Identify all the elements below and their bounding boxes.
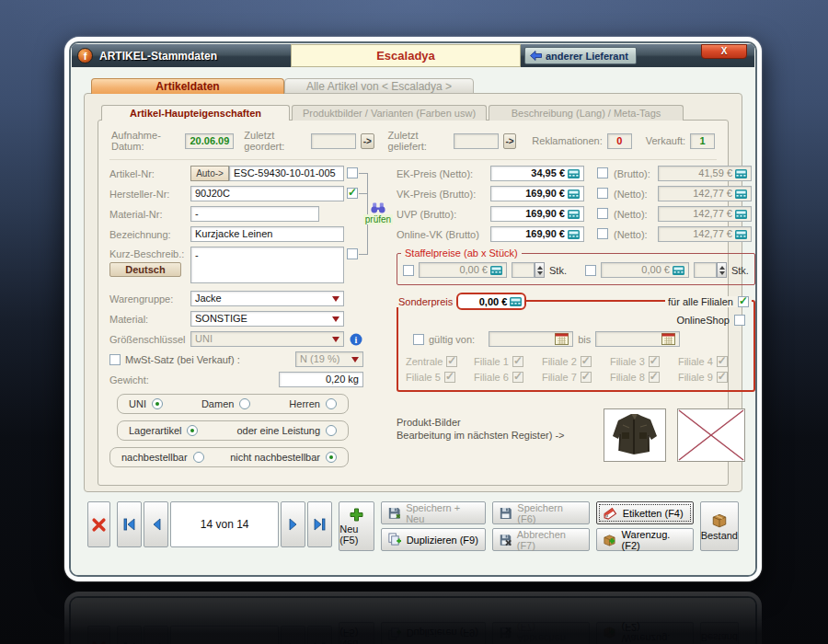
- uvp-field[interactable]: 169,90 €: [490, 206, 584, 222]
- staffel1-qty-spinner[interactable]: [512, 262, 545, 278]
- gewicht-field[interactable]: 0,20 kg: [279, 372, 363, 387]
- goods-receipt-button[interactable]: Warenzug. (F2): [596, 528, 694, 551]
- tab-alle-artikel[interactable]: Alle Artikel von < Escaladya >: [284, 78, 474, 94]
- zuletzt-geordert-field[interactable]: [311, 133, 356, 149]
- tab-haupteigenschaften[interactable]: Artikel-Haupteigenschaften: [101, 105, 290, 121]
- hersteller-nr-field[interactable]: 90J20C: [190, 186, 344, 201]
- mwst-checkbox[interactable]: [109, 354, 121, 365]
- geliefert-goto-button[interactable]: ->: [503, 133, 517, 149]
- online-netto-checkbox[interactable]: [597, 228, 608, 239]
- calendar-icon[interactable]: [661, 333, 675, 345]
- bezeichnung-field[interactable]: Kurzjacke Leinen: [190, 226, 344, 242]
- reorder-radio-group: nachbestellbar nicht nachbestellbar: [109, 447, 349, 467]
- auto-number-button[interactable]: Auto->: [190, 166, 229, 181]
- duplicate-button[interactable]: Duplizieren (F9): [381, 528, 486, 551]
- vk-preis-field[interactable]: 169,90 €: [490, 186, 584, 201]
- ek-brutto-checkbox[interactable]: [597, 167, 608, 178]
- radio-damen[interactable]: [239, 398, 250, 409]
- filiale-checkbox-5[interactable]: [444, 372, 455, 383]
- radio-nachbestellbar[interactable]: [193, 452, 204, 463]
- save-and-new-button[interactable]: Speichern + Neu: [381, 501, 486, 524]
- ek-brutto-field: 41,59 €: [658, 166, 752, 181]
- radio-uni[interactable]: [152, 398, 163, 409]
- zuletzt-geliefert-field[interactable]: [454, 133, 499, 149]
- previous-record-button[interactable]: [144, 501, 168, 547]
- check-bezeichnung[interactable]: [347, 248, 358, 259]
- calculator-icon[interactable]: [735, 230, 747, 239]
- material-dropdown[interactable]: SONSTIGE: [190, 311, 344, 327]
- calculator-icon[interactable]: [568, 169, 580, 178]
- calculator-icon[interactable]: [735, 190, 747, 199]
- filiale-checkbox-9[interactable]: [717, 372, 728, 383]
- calculator-icon[interactable]: [735, 210, 747, 219]
- close-button[interactable]: X: [701, 44, 747, 59]
- groessenschluessel-dropdown[interactable]: UNI: [190, 331, 344, 347]
- vk-netto-checkbox[interactable]: [597, 188, 608, 199]
- onlineshop-checkbox[interactable]: [734, 315, 745, 326]
- save-button[interactable]: Speichern (F6): [492, 501, 590, 524]
- window-border: f ARTIKEL-Stammdaten Escaladya anderer L…: [69, 41, 757, 577]
- product-image-thumbnail[interactable]: [604, 408, 666, 462]
- product-image-empty[interactable]: [677, 408, 745, 462]
- warengruppe-dropdown[interactable]: Jacke: [190, 291, 344, 306]
- gueltig-checkbox[interactable]: [413, 334, 424, 345]
- filiale-checkbox-4[interactable]: [717, 356, 728, 367]
- material-nr-field[interactable]: -: [190, 206, 319, 222]
- filiale-checkbox-2[interactable]: [581, 356, 592, 367]
- radio-nicht-nachbestellbar[interactable]: [326, 452, 337, 463]
- ek-preis-field[interactable]: 34,95 €: [490, 166, 584, 181]
- staffel2-qty-spinner[interactable]: [694, 262, 727, 278]
- language-button[interactable]: Deutsch: [109, 262, 181, 277]
- check-artikel-nr[interactable]: [347, 167, 358, 178]
- online-vk-field[interactable]: 169,90 €: [490, 226, 584, 242]
- alle-filialen-checkbox[interactable]: [738, 296, 749, 307]
- radio-herren[interactable]: [326, 398, 337, 409]
- filiale-checkbox-8[interactable]: [649, 372, 660, 383]
- calculator-icon[interactable]: [735, 169, 747, 178]
- window-reflection: f ARTIKEL-Stammdaten Escaladya anderer L…: [64, 592, 762, 644]
- stock-button[interactable]: Bestand: [700, 501, 739, 551]
- new-record-button[interactable]: Neu (F5): [339, 501, 374, 551]
- uvp-netto-checkbox[interactable]: [597, 208, 608, 219]
- filiale-checkbox-7[interactable]: [581, 372, 592, 383]
- delete-button[interactable]: [87, 501, 110, 547]
- gueltig-von-field[interactable]: [489, 331, 573, 347]
- next-record-button[interactable]: [281, 501, 305, 547]
- calculator-icon[interactable]: [510, 297, 522, 306]
- radio-lagerartikel[interactable]: [187, 425, 198, 436]
- filiale-checkbox-6[interactable]: [512, 372, 523, 383]
- cancel-button[interactable]: Abbrechen (F7): [492, 528, 590, 551]
- staffel1-checkbox[interactable]: [403, 265, 414, 276]
- calculator-icon[interactable]: [568, 190, 580, 199]
- kurz-beschreib-field[interactable]: -: [190, 247, 344, 283]
- calculator-icon[interactable]: [490, 266, 502, 275]
- artikel-nr-field[interactable]: ESC-59430-10-01-005: [229, 166, 344, 181]
- staffel2-price-field[interactable]: 0,00 €: [601, 262, 689, 278]
- first-record-button[interactable]: [117, 501, 142, 547]
- staffel2-checkbox[interactable]: [585, 265, 596, 276]
- calculator-icon[interactable]: [673, 266, 684, 275]
- filiale-checkbox-zentrale[interactable]: [446, 356, 457, 367]
- radio-leistung[interactable]: [326, 425, 337, 436]
- tab-produktbilder[interactable]: Produktbilder / Varianten (Farben usw): [292, 105, 487, 121]
- calculator-icon[interactable]: [568, 230, 580, 239]
- filiale-checkbox-3[interactable]: [649, 356, 660, 367]
- filiale-checkbox-1[interactable]: [512, 356, 523, 367]
- gueltig-bis-field[interactable]: [595, 331, 680, 347]
- staffel1-price-field[interactable]: 0,00 €: [419, 262, 507, 278]
- mwst-dropdown[interactable]: N (19 %): [295, 351, 363, 367]
- filiale-label: Filiale 6: [474, 372, 509, 383]
- labels-button[interactable]: Etiketten (F4): [596, 501, 694, 524]
- calculator-icon[interactable]: [568, 210, 580, 219]
- check-hersteller-nr[interactable]: [347, 188, 358, 199]
- record-counter: 14 von 14: [170, 501, 279, 547]
- calendar-icon[interactable]: [555, 333, 569, 345]
- previous-record-icon: [152, 518, 161, 531]
- other-supplier-button[interactable]: anderer Lieferant: [524, 47, 637, 64]
- tab-artikeldaten[interactable]: Artikeldaten: [91, 78, 284, 94]
- geordert-goto-button[interactable]: ->: [361, 133, 374, 149]
- sonderpreis-field[interactable]: 0,00 €: [456, 293, 526, 310]
- tab-beschreibung[interactable]: Beschreibung (Lang) / Meta-Tags: [489, 105, 684, 121]
- info-icon[interactable]: i: [350, 333, 362, 346]
- last-record-button[interactable]: [307, 501, 332, 547]
